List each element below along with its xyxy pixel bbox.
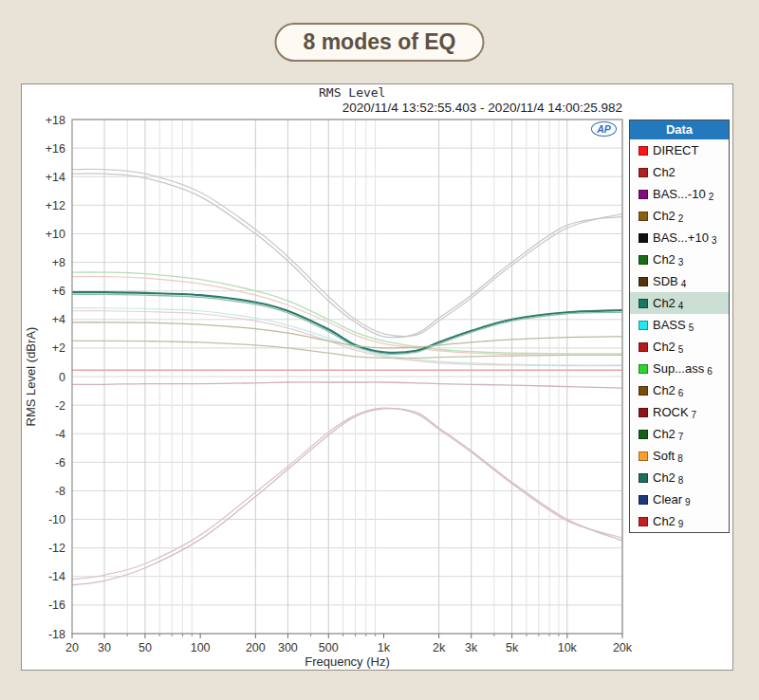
legend-sub-index: 7 xyxy=(692,410,697,420)
legend-label: Ch2 xyxy=(653,340,676,354)
legend-item-clear-9[interactable]: Clear9 xyxy=(630,488,729,510)
legend-item-ch2-6[interactable]: Ch26 xyxy=(630,379,729,401)
eq-modes-badge: 8 modes of EQ xyxy=(274,23,484,62)
y-tick-label: +18 xyxy=(46,114,65,127)
curve-eq-smile-pair-a-faded xyxy=(72,169,622,336)
legend-swatch-icon xyxy=(639,451,648,461)
legend-swatch-icon xyxy=(639,364,648,374)
legend-sub-index: 5 xyxy=(678,344,684,355)
legend-swatch-icon xyxy=(639,386,648,396)
legend-swatch-icon xyxy=(639,233,648,243)
legend-item-ch2-8[interactable]: Ch28 xyxy=(630,467,729,488)
legend-swatch-icon xyxy=(639,299,648,308)
y-tick-label: -10 xyxy=(48,513,65,526)
x-tick-label: 200 xyxy=(246,641,266,654)
legend-label: Sup...ass xyxy=(653,361,704,376)
legend-sub-index: 8 xyxy=(677,453,683,464)
y-tick-label: +12 xyxy=(46,199,65,212)
x-tick-label: 20 xyxy=(65,641,79,654)
legend-sub-index: 9 xyxy=(678,519,684,529)
legend-swatch-icon xyxy=(639,255,648,265)
legend-label: ROCK xyxy=(653,405,689,419)
legend-item-ch2-7[interactable]: Ch27 xyxy=(630,423,729,445)
legend-swatch-icon xyxy=(639,473,648,483)
legend-swatch-icon xyxy=(639,168,648,177)
y-tick-label: +8 xyxy=(52,256,65,269)
y-tick-label: -18 xyxy=(48,628,65,641)
legend-item-direct[interactable]: DIRECT xyxy=(630,139,729,161)
legend-sub-index: 4 xyxy=(678,301,684,311)
y-tick-label: -4 xyxy=(55,428,65,441)
x-tick-label: 1k xyxy=(378,641,391,654)
legend-item-sdb-4[interactable]: SDB4 xyxy=(630,270,729,292)
legend-sub-index: 4 xyxy=(681,279,687,289)
x-tick-label: 300 xyxy=(278,641,298,654)
y-tick-label: +10 xyxy=(46,228,65,241)
legend-item-ch2-9[interactable]: Ch29 xyxy=(630,510,729,532)
legend-item-ch2-4[interactable]: Ch24 xyxy=(630,292,729,314)
y-tick-label: -14 xyxy=(48,570,65,583)
x-tick-label: 100 xyxy=(191,641,211,654)
curve-ch2-faded-mauve-flat xyxy=(72,382,622,388)
ap-logo-icon: AP xyxy=(591,121,617,137)
y-tick-label: -6 xyxy=(55,456,65,470)
legend-item-ch2-2[interactable]: Ch22 xyxy=(630,205,729,227)
x-axis-title: Frequency (Hz) xyxy=(305,654,390,669)
legend-sub-index: 7 xyxy=(678,432,684,442)
legend-item-bass-5[interactable]: BASS5 xyxy=(630,314,729,336)
legend-item-ch2[interactable]: Ch2 xyxy=(630,161,729,183)
legend-swatch-icon xyxy=(639,146,648,156)
legend-sub-index: 6 xyxy=(678,388,684,398)
legend-label: Ch2 xyxy=(653,165,676,179)
legend-label: Ch2 xyxy=(653,383,676,397)
x-tick-label: 2k xyxy=(433,641,446,654)
curve-olive-pair-b-faded xyxy=(72,341,622,358)
legend-sub-index: 2 xyxy=(678,213,684,224)
legend-label: Soft xyxy=(653,449,675,463)
y-tick-label: +2 xyxy=(52,341,65,355)
legend-label: BAS...-10 xyxy=(653,187,706,201)
legend-sub-index: 3 xyxy=(678,257,684,267)
legend-label: Ch2 xyxy=(653,514,676,528)
legend-item-bas-10-3[interactable]: BAS...+103 xyxy=(630,227,729,249)
legend-swatch-icon xyxy=(639,430,648,439)
legend-item-ch2-5[interactable]: Ch25 xyxy=(630,336,729,358)
legend-label: Ch2 xyxy=(653,252,676,267)
page-background: 8 modes of EQ RMS Level 2020/11/4 13:52:… xyxy=(0,0,759,700)
curve-eq-frown-pair-b-faded xyxy=(72,409,622,585)
legend-label: DIRECT xyxy=(653,143,698,157)
x-tick-label: 20k xyxy=(613,641,633,654)
legend-sub-index: 8 xyxy=(678,475,684,486)
curve-olive-pair-a-faded xyxy=(72,322,622,348)
legend-swatch-icon xyxy=(639,408,648,417)
legend-swatch-icon xyxy=(639,342,648,352)
legend-header: Data xyxy=(630,120,729,139)
x-tick-label: 5k xyxy=(506,641,519,654)
legend-sub-index: 2 xyxy=(709,192,714,202)
y-tick-label: +4 xyxy=(52,313,65,326)
legend-panel: Data DIRECTCh2BAS...-102Ch22BAS...+103Ch… xyxy=(629,120,730,533)
legend-item-soft-8[interactable]: Soft8 xyxy=(630,445,729,467)
legend-sub-index: 6 xyxy=(707,366,713,377)
legend-label: Clear xyxy=(653,492,682,507)
x-tick-label: 500 xyxy=(319,641,339,654)
legend-swatch-icon xyxy=(639,190,648,199)
legend-item-sup-ass-6[interactable]: Sup...ass6 xyxy=(630,358,729,379)
legend-label: Ch2 xyxy=(653,296,676,310)
x-tick-label: 3k xyxy=(465,641,478,654)
y-axis-title: RMS Level (dBrA) xyxy=(24,327,38,427)
legend-item-ch2-3[interactable]: Ch23 xyxy=(630,249,729,270)
legend-sub-index: 3 xyxy=(712,235,717,246)
y-tick-label: 0 xyxy=(59,371,65,384)
y-tick-label: -8 xyxy=(55,485,65,498)
x-tick-label: 50 xyxy=(139,641,152,654)
y-tick-label: +6 xyxy=(52,285,65,298)
legend-label: Ch2 xyxy=(653,470,676,485)
legend-item-rock-7[interactable]: ROCK7 xyxy=(630,401,729,423)
legend-sub-index: 5 xyxy=(689,322,694,333)
legend-item-bas-10-2[interactable]: BAS...-102 xyxy=(630,183,729,205)
legend-swatch-icon xyxy=(639,495,648,505)
legend-label: Ch2 xyxy=(653,209,676,223)
legend-label: BAS...+10 xyxy=(653,230,709,245)
eq-frequency-response-chart: -18-16-14-12-10-8-6-4-20+2+4+6+8+10+12+1… xyxy=(22,84,734,672)
